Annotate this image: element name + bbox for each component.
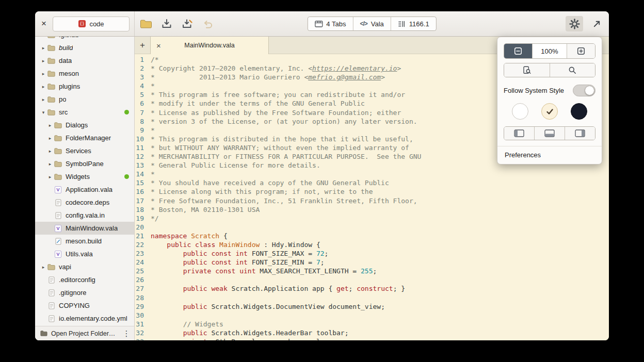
code-line[interactable]: 29 public Scratch.Widgets.DocumentView d… bbox=[135, 302, 609, 311]
code-line[interactable]: 30 bbox=[135, 311, 609, 320]
tree-item[interactable]: ▸plugins bbox=[35, 80, 134, 93]
code-line[interactable]: 33 private Gtk.Revealer search_revealer; bbox=[135, 337, 609, 340]
line-number: 31 bbox=[135, 320, 151, 328]
expander-icon[interactable]: ▸ bbox=[40, 71, 47, 76]
expander-icon[interactable]: ▸ bbox=[46, 149, 54, 154]
tree-item[interactable]: ▸Dialogs bbox=[35, 119, 134, 131]
tree-item[interactable]: ▸data bbox=[35, 54, 134, 67]
main-headerbar: 4 Tabs </> Vala 1166.1 bbox=[135, 11, 609, 36]
find-in-files-button[interactable] bbox=[504, 63, 550, 77]
code-line[interactable]: 25 private const uint MAX_SEARCH_TEXT_LE… bbox=[135, 267, 609, 275]
code-line[interactable]: 27 public weak Scratch.Application app {… bbox=[135, 284, 609, 293]
tree-item-label: data bbox=[59, 57, 72, 64]
tree-item-label: po bbox=[59, 95, 66, 103]
line-number: 2 bbox=[135, 64, 151, 73]
preferences-menu-item[interactable]: Preferences bbox=[504, 146, 595, 162]
text-file-icon bbox=[47, 302, 56, 310]
headerbar-segmented-control: 4 Tabs </> Vala 1166.1 bbox=[307, 17, 436, 31]
tree-item[interactable]: ▾src bbox=[35, 106, 134, 119]
code-text: namespace Scratch { bbox=[151, 232, 228, 240]
code-line[interactable]: 15* You should have received a copy of t… bbox=[135, 178, 609, 187]
tree-item[interactable]: .gitignore bbox=[35, 286, 134, 299]
light-style-option[interactable] bbox=[512, 103, 528, 120]
new-tab-button[interactable]: + bbox=[135, 37, 150, 54]
tree-item[interactable]: ▸po bbox=[35, 93, 134, 106]
code-line[interactable]: 31 // Widgets bbox=[135, 320, 609, 328]
fullscreen-button[interactable] bbox=[589, 17, 604, 31]
sidebar-menu-button[interactable]: ⋮ bbox=[121, 329, 132, 338]
expander-icon[interactable]: ▸ bbox=[40, 265, 47, 270]
tree-item[interactable]: io.elementary.code.yml bbox=[35, 312, 134, 325]
expander-icon[interactable]: ▸ bbox=[40, 58, 47, 63]
code-line[interactable]: 24 public const int FONT_SIZE_MIN = 7; bbox=[135, 258, 609, 267]
find-button[interactable] bbox=[550, 63, 595, 77]
expander-icon[interactable]: ▸ bbox=[40, 45, 47, 51]
project-chooser-button[interactable]: {} code bbox=[53, 17, 130, 31]
follow-system-style-switch[interactable] bbox=[573, 85, 595, 96]
tree-item[interactable]: VMainWindow.vala bbox=[35, 222, 134, 235]
show-bottom-panel-button[interactable] bbox=[534, 127, 565, 140]
tree-item[interactable]: ▸vapi bbox=[35, 260, 134, 273]
zoom-in-button[interactable] bbox=[567, 44, 595, 58]
line-number: 5 bbox=[135, 90, 151, 99]
tab-close-button[interactable]: × bbox=[156, 41, 161, 50]
open-project-folder-button[interactable]: Open Project Folder… ⋮ bbox=[35, 326, 134, 340]
tree-item[interactable]: VApplication.vala bbox=[35, 183, 134, 196]
line-number: 19 bbox=[135, 214, 151, 223]
tab-title: MainWindow.vala bbox=[151, 42, 268, 49]
code-line[interactable]: 16* License along with this program; if … bbox=[135, 187, 609, 196]
window-close-button[interactable]: × bbox=[39, 19, 49, 29]
sepia-style-option-selected[interactable] bbox=[541, 103, 558, 120]
tab-overview-button[interactable]: 4 Tabs bbox=[308, 17, 352, 30]
expander-icon[interactable]: ▸ bbox=[46, 174, 54, 179]
code-line[interactable]: 19*/ bbox=[135, 214, 609, 223]
save-button[interactable] bbox=[160, 16, 173, 31]
expander-icon[interactable]: ▸ bbox=[46, 123, 54, 128]
open-file-button[interactable] bbox=[139, 16, 153, 31]
tree-item[interactable]: ▸SymbolPane bbox=[35, 157, 134, 170]
gear-icon bbox=[569, 19, 580, 29]
tree-item[interactable]: codecore.deps bbox=[35, 196, 134, 209]
code-line[interactable]: 18* Boston, MA 02110-1301 USA bbox=[135, 205, 609, 214]
expander-icon[interactable]: ▸ bbox=[40, 37, 47, 38]
tab-mainwindow-vala[interactable]: × MainWindow.vala bbox=[150, 37, 269, 54]
save-as-button[interactable] bbox=[181, 16, 194, 31]
tree-item[interactable]: ▸meson bbox=[35, 67, 134, 80]
tree-item[interactable]: ▸build bbox=[35, 41, 134, 54]
tree-item[interactable]: ▸FolderManager bbox=[35, 131, 134, 144]
expander-icon[interactable]: ▾ bbox=[40, 110, 47, 115]
settings-menu-button[interactable] bbox=[566, 16, 583, 31]
code-line[interactable]: 23 public const int FONT_SIZE_MAX = 72; bbox=[135, 249, 609, 258]
expander-icon[interactable]: ▸ bbox=[40, 97, 47, 102]
tree-item[interactable]: COPYING bbox=[35, 299, 134, 312]
tree-item[interactable]: meson.build bbox=[35, 235, 134, 248]
tree-item[interactable]: ▸Services bbox=[35, 144, 134, 157]
tree-item[interactable]: config.vala.in bbox=[35, 209, 134, 222]
code-line[interactable]: 21namespace Scratch { bbox=[135, 232, 609, 240]
tree-item[interactable]: ▸.github bbox=[35, 37, 134, 41]
show-right-sidebar-button[interactable] bbox=[565, 127, 595, 140]
tree-item[interactable]: ▸Widgets bbox=[35, 170, 134, 183]
show-left-sidebar-button[interactable] bbox=[504, 127, 534, 140]
line-number: 23 bbox=[135, 249, 151, 258]
tree-item[interactable]: VUtils.vala bbox=[35, 248, 134, 260]
code-line[interactable]: 32 public Scratch.Widgets.HeaderBar tool… bbox=[135, 328, 609, 337]
zoom-out-button[interactable] bbox=[504, 44, 532, 58]
right-panel-layout-icon bbox=[575, 129, 585, 137]
code-line[interactable]: 20 bbox=[135, 223, 609, 232]
expander-icon[interactable]: ▸ bbox=[46, 136, 54, 141]
tree-item[interactable]: .editorconfig bbox=[35, 273, 134, 286]
dark-style-option[interactable] bbox=[571, 103, 587, 120]
language-selector-button[interactable]: </> Vala bbox=[352, 17, 390, 30]
expander-icon[interactable]: ▸ bbox=[40, 84, 47, 89]
code-text: * Boston, MA 02110-1301 USA bbox=[151, 205, 260, 214]
goto-line-button[interactable]: 1166.1 bbox=[391, 17, 436, 30]
code-line[interactable]: 26 bbox=[135, 275, 609, 284]
code-line[interactable]: 14* bbox=[135, 170, 609, 178]
folder-icon bbox=[47, 263, 56, 271]
code-line[interactable]: 22 public class MainWindow : Hdy.Window … bbox=[135, 240, 609, 249]
code-line[interactable]: 17* Free Software Foundation, Inc., 51 F… bbox=[135, 196, 609, 205]
tree-item-label: FolderManager bbox=[66, 134, 111, 142]
expander-icon[interactable]: ▸ bbox=[46, 161, 54, 167]
code-line[interactable]: 28 bbox=[135, 293, 609, 302]
